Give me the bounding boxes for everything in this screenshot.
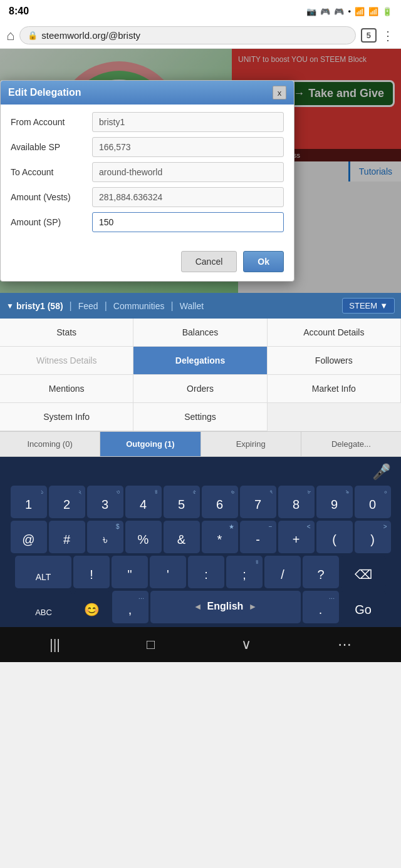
battery-icon: 🔋 — [382, 7, 392, 16]
home-button[interactable]: □ — [147, 636, 155, 653]
dialog-header: Edit Delegation x — [1, 81, 294, 105]
menu-witness-details[interactable]: Witness Details — [0, 347, 133, 375]
mic-row: 🎤 — [0, 457, 401, 484]
key-dquote[interactable]: " — [112, 556, 148, 588]
space-row: ABC 😊 …, ◄ English ► …. Go — [0, 590, 401, 625]
menu-system-info[interactable]: System Info — [0, 403, 133, 431]
nav-communities[interactable]: Communities — [113, 301, 165, 311]
menu-dots-icon[interactable]: ⋮ — [382, 28, 395, 43]
key-colon[interactable]: : — [188, 556, 224, 588]
key-minus[interactable]: −- — [240, 521, 276, 553]
menu-settings[interactable]: Settings — [133, 403, 267, 431]
status-bar: 8:40 📷 🎮 🎮 • 📶 📶 🔋 — [0, 0, 401, 23]
key-semcolon-char[interactable]: ৪; — [226, 556, 263, 588]
tab-expiring[interactable]: Expiring — [201, 432, 301, 456]
to-account-row: To Account — [11, 162, 284, 182]
key-abc[interactable]: ABC — [16, 591, 72, 623]
key-alt[interactable]: ALT — [15, 556, 71, 588]
nav-wallet[interactable]: Wallet — [180, 301, 204, 311]
key-spacebar[interactable]: ◄ English ► — [150, 591, 301, 623]
key-hash[interactable]: # — [49, 521, 85, 553]
home-icon[interactable]: ⌂ — [6, 28, 14, 44]
wifi-icon: 📶 — [355, 7, 365, 16]
status-time: 8:40 — [9, 6, 29, 17]
tab-count[interactable]: 5 — [361, 28, 377, 43]
key-6[interactable]: ৬6 — [202, 486, 238, 518]
back-button[interactable]: ||| — [49, 636, 60, 653]
menu-market-info[interactable]: Market Info — [268, 375, 401, 403]
nav-sep3: | — [171, 300, 174, 312]
menu-account-details[interactable]: Account Details — [268, 319, 401, 347]
available-sp-label: Available SP — [11, 142, 92, 152]
nav-sep1: | — [70, 300, 72, 312]
key-3[interactable]: ৩3 — [87, 486, 123, 518]
tab-delegate[interactable]: Delegate... — [301, 432, 401, 456]
tab-incoming[interactable]: Incoming (0) — [0, 432, 100, 456]
browser-bar: ⌂ 🔒 steemworld.org/@bristy 5 ⋮ — [0, 23, 401, 49]
key-emoji[interactable]: 😊 — [74, 591, 110, 623]
lock-icon: 🔒 — [28, 31, 38, 40]
key-go[interactable]: Go — [341, 591, 386, 623]
to-account-input[interactable] — [92, 162, 284, 182]
lang-right-arrow: ► — [248, 601, 257, 611]
nav-steem-button[interactable]: STEEM ▼ — [342, 298, 395, 314]
key-close-paren[interactable]: >) — [355, 521, 391, 553]
key-plus[interactable]: <+ — [278, 521, 315, 553]
signal-icon: 📶 — [368, 7, 378, 16]
cancel-button[interactable]: Cancel — [181, 251, 237, 272]
from-account-input[interactable] — [92, 112, 284, 132]
background-content: 100.00 % ▲ UNITY to boost YOU on STEEM B… — [0, 49, 401, 293]
menu-mentions[interactable]: Mentions — [0, 375, 133, 403]
key-backspace[interactable]: ⌫ — [341, 556, 386, 588]
key-slash[interactable]: / — [264, 556, 301, 588]
alt-row: ALT ! " ' : ৪; / ? ⌫ — [0, 554, 401, 590]
menu-orders[interactable]: Orders — [133, 375, 267, 403]
key-question[interactable]: ? — [303, 556, 339, 588]
dialog-close-button[interactable]: x — [273, 86, 286, 100]
menu-grid: Stats Balances Account Details Witness D… — [0, 319, 401, 432]
nav-bar: ▼ bristy1 (58) | Feed | Communities | Wa… — [0, 293, 401, 319]
recents-button[interactable]: ∨ — [241, 636, 251, 653]
lang-left-arrow: ◄ — [194, 601, 202, 611]
key-squote[interactable]: ' — [150, 556, 186, 588]
ok-button[interactable]: Ok — [243, 251, 284, 272]
keyboard: 🎤 ১1 ২2 ৩3 ৪4 ৫5 ৬6 ৭7 ৮8 ৯9 ০0 @ # $৳ %… — [0, 457, 401, 627]
key-taka[interactable]: $৳ — [87, 521, 123, 553]
menu-stats[interactable]: Stats — [0, 319, 133, 347]
key-4[interactable]: ৪4 — [125, 486, 162, 518]
key-star[interactable]: ★* — [202, 521, 238, 553]
key-period[interactable]: …. — [303, 591, 339, 623]
menu-delegations[interactable]: Delegations — [133, 347, 267, 375]
tab-outgoing[interactable]: Outgoing (1) — [100, 432, 200, 456]
key-2[interactable]: ২2 — [49, 486, 85, 518]
key-comma[interactable]: …, — [112, 591, 148, 623]
key-7[interactable]: ৭7 — [240, 486, 276, 518]
key-exclaim[interactable]: ! — [73, 556, 110, 588]
key-0[interactable]: ০0 — [355, 486, 391, 518]
key-8[interactable]: ৮8 — [278, 486, 315, 518]
game2-icon: 🎮 — [334, 7, 344, 16]
game-icon: 🎮 — [320, 7, 330, 16]
nav-feed[interactable]: Feed — [78, 301, 98, 311]
menu-followers[interactable]: Followers — [268, 347, 401, 375]
from-account-row: From Account — [11, 112, 284, 132]
key-open-paren[interactable]: ( — [316, 521, 353, 553]
dialog-footer: Cancel Ok — [1, 245, 294, 281]
dot-icon: • — [348, 7, 351, 16]
key-1[interactable]: ১1 — [11, 486, 47, 518]
key-at[interactable]: @ — [11, 521, 47, 553]
apps-button[interactable]: ⋯ — [338, 636, 352, 653]
mic-icon[interactable]: 🎤 — [372, 463, 391, 481]
key-5[interactable]: ৫5 — [164, 486, 200, 518]
key-percent[interactable]: % — [125, 521, 162, 553]
amount-vests-input[interactable] — [92, 187, 284, 207]
available-sp-input[interactable] — [92, 137, 284, 157]
nav-brand[interactable]: ▼ bristy1 (58) — [6, 301, 63, 311]
amount-sp-input[interactable] — [92, 212, 284, 232]
key-ampersand[interactable]: & — [164, 521, 200, 553]
key-9[interactable]: ৯9 — [316, 486, 353, 518]
from-account-label: From Account — [11, 117, 92, 127]
camera-icon: 📷 — [306, 7, 316, 16]
menu-balances[interactable]: Balances — [133, 319, 267, 347]
url-box[interactable]: 🔒 steemworld.org/@bristy — [19, 26, 355, 44]
